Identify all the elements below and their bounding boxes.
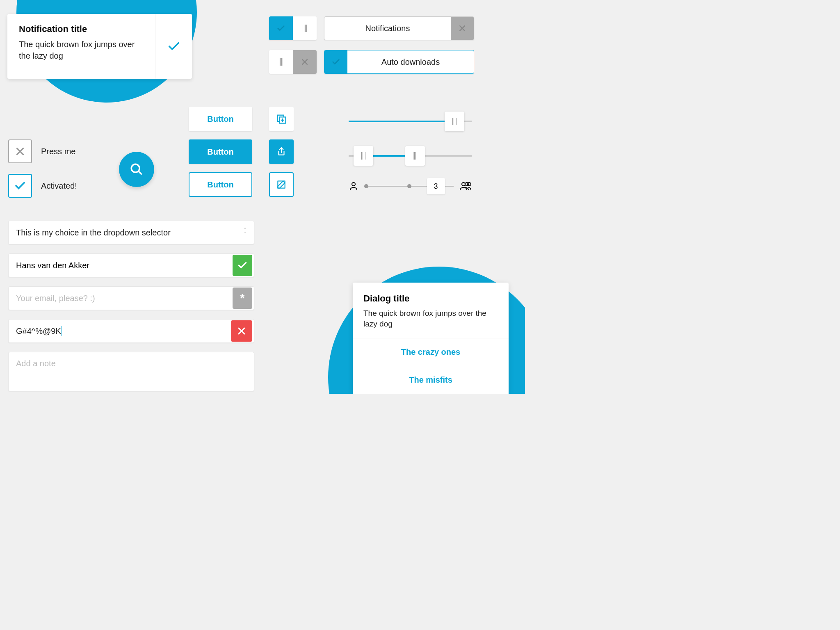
chevron-updown-icon: ˄˅ (244, 228, 247, 237)
slider-thumb-min[interactable] (354, 146, 373, 166)
checkbox-press-me[interactable] (8, 139, 32, 163)
dialog-option-2[interactable]: The misfits (353, 366, 509, 394)
slider-dot (407, 184, 411, 188)
checkbox-activated-label: Activated! (41, 181, 77, 191)
name-input[interactable] (16, 261, 229, 270)
close-icon (301, 58, 309, 66)
icon-button-copy[interactable] (269, 107, 294, 131)
grip-icon (279, 58, 283, 66)
check-icon (276, 24, 285, 33)
check-icon (167, 39, 181, 53)
notification-body: The quick brown fox jumps over the lazy … (19, 39, 144, 62)
notification-card: Notification title The quick brown fox j… (7, 14, 192, 79)
name-field-row (8, 253, 254, 277)
button-outline[interactable]: Button (189, 172, 252, 197)
slider-value-thumb[interactable]: 3 (427, 178, 445, 194)
check-icon (237, 260, 248, 271)
people-slider[interactable]: 3 (349, 178, 472, 194)
dialog-body: The quick brown fox jumps over the lazy … (363, 308, 498, 330)
password-clear-button[interactable] (231, 320, 252, 342)
check-icon (14, 180, 26, 192)
grip-icon (452, 118, 457, 125)
checkbox-press-me-label: Press me (41, 147, 75, 156)
password-field-row: G#4^%@9K (8, 319, 254, 343)
notification-confirm-button[interactable] (155, 14, 192, 79)
search-icon (130, 162, 144, 176)
slider-range[interactable] (349, 144, 472, 168)
auto-downloads-label: Auto downloads (347, 50, 474, 73)
note-field[interactable] (8, 352, 254, 391)
person-icon (349, 181, 358, 191)
svg-line-7 (138, 171, 141, 174)
edit-icon (276, 179, 287, 190)
dropdown-select[interactable]: This is my choice in the dropdown select… (8, 221, 254, 244)
dropdown-value: This is my choice in the dropdown select… (16, 228, 171, 237)
grip-icon (361, 152, 365, 160)
grip-icon (303, 25, 307, 32)
text-caret (62, 326, 62, 336)
close-icon (237, 326, 247, 336)
dialog-option-1[interactable]: The crazy ones (353, 338, 509, 366)
close-icon (458, 24, 466, 32)
name-valid-button[interactable] (233, 255, 252, 276)
slider-fill (349, 121, 447, 122)
grip-icon (413, 152, 417, 160)
icon-button-edit[interactable] (269, 172, 294, 197)
people-icon (459, 181, 472, 191)
button-flat[interactable]: Button (189, 107, 252, 131)
notifications-row[interactable]: Notifications (324, 16, 474, 40)
share-icon (276, 146, 287, 157)
slider-thumb[interactable] (445, 112, 464, 131)
slider-value: 3 (434, 182, 438, 191)
auto-downloads-check-button[interactable] (324, 50, 347, 73)
note-input[interactable] (16, 359, 247, 368)
copy-plus-icon (276, 113, 287, 125)
close-icon (15, 146, 25, 157)
dialog-title: Dialog title (363, 293, 498, 304)
slider-single[interactable] (349, 109, 472, 134)
dialog-card: Dialog title The quick brown fox jumps o… (353, 283, 509, 394)
notifications-close-button[interactable] (451, 17, 474, 40)
slider-thumb-max[interactable] (405, 146, 425, 166)
svg-point-15 (462, 183, 465, 186)
notification-title: Notification title (19, 24, 144, 34)
email-field-row: * (8, 286, 254, 310)
search-fab[interactable] (119, 152, 154, 187)
email-required-badge: * (233, 288, 252, 309)
auto-downloads-row[interactable]: Auto downloads (324, 50, 474, 74)
checkbox-activated[interactable] (8, 174, 32, 198)
button-filled[interactable]: Button (189, 139, 252, 164)
password-value[interactable]: G#4^%@9K (16, 326, 61, 336)
toggle-b-off[interactable] (269, 50, 317, 74)
toggle-a-on[interactable] (269, 16, 317, 40)
check-icon (331, 57, 340, 66)
slider-dot (364, 184, 368, 188)
email-input[interactable] (16, 294, 229, 303)
notifications-label: Notifications (324, 17, 451, 40)
icon-button-share[interactable] (269, 139, 294, 164)
svg-point-14 (352, 183, 355, 186)
